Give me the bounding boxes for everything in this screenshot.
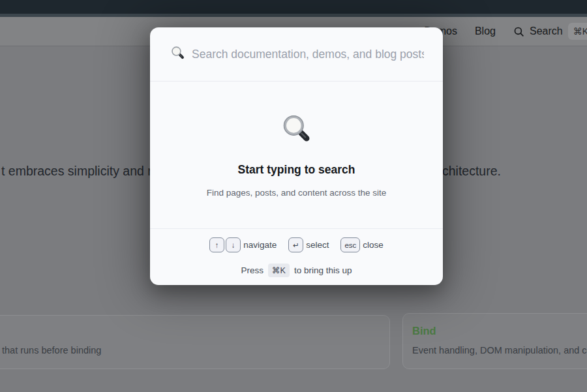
magnifier-emoji-icon-large	[281, 114, 312, 147]
nav-items: Demos Blog Search ⌘K	[424, 17, 587, 46]
arrow-up-key-icon: ↑	[209, 237, 224, 252]
hero-text-right-fragment: chitecture.	[442, 164, 501, 179]
hint-label: select	[306, 240, 329, 250]
tip-suffix: to bring this up	[294, 265, 352, 275]
modal-search-input[interactable]	[192, 48, 424, 61]
tip-prefix: Press	[241, 265, 264, 275]
feature-card-left[interactable]: that runs before binding	[0, 315, 390, 369]
hint-label: close	[363, 240, 384, 250]
hint-close: esc close	[340, 237, 383, 252]
arrow-down-key-icon: ↓	[226, 237, 241, 252]
shortcut-tip: Press ⌘K to bring this up	[150, 264, 443, 277]
enter-key-icon: ↵	[288, 237, 303, 252]
screen: Demos Blog Search ⌘K t embraces simplici…	[0, 0, 587, 392]
keyboard-hints: ↑ ↓ navigate ↵ select esc close	[150, 237, 443, 252]
magnifier-emoji-icon	[170, 46, 185, 63]
hint-navigate: ↑ ↓ navigate	[209, 237, 277, 252]
card-title: Bind	[412, 325, 436, 337]
feature-card-bind[interactable]: Bind Event handling, DOM manipulation, a…	[402, 313, 587, 369]
hint-label: navigate	[243, 240, 277, 250]
browser-chrome-bar	[0, 0, 587, 17]
search-modal: Start typing to search Find pages, posts…	[150, 27, 443, 285]
modal-search-row	[150, 27, 443, 82]
card-description: Event handling, DOM manipulation, and co	[412, 345, 587, 355]
esc-key-icon: esc	[340, 237, 360, 252]
nav-item-blog[interactable]: Blog	[475, 25, 496, 37]
hero-text-left-fragment: t embraces simplicity and r	[1, 164, 152, 179]
hint-select: ↵ select	[288, 237, 329, 252]
nav-search-button[interactable]: Search ⌘K	[513, 23, 587, 40]
search-icon	[513, 26, 524, 37]
modal-footer: ↑ ↓ navigate ↵ select esc close Press ⌘K…	[150, 228, 443, 285]
cmd-k-badge: ⌘K	[268, 264, 290, 277]
card-description: that runs before binding	[2, 345, 101, 355]
empty-state-title: Start typing to search	[238, 163, 355, 177]
modal-empty-state: Start typing to search Find pages, posts…	[150, 82, 443, 198]
empty-state-subtitle: Find pages, posts, and content across th…	[207, 188, 386, 198]
nav-search-label: Search	[530, 25, 563, 37]
search-shortcut-badge: ⌘K	[568, 23, 587, 40]
